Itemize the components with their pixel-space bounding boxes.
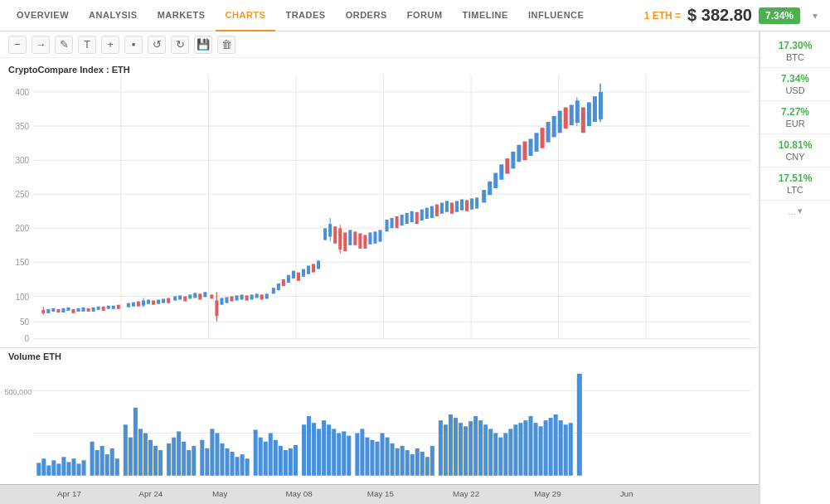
cny-pct: 10.81% xyxy=(779,139,813,151)
svg-rect-114 xyxy=(499,164,503,179)
svg-rect-99 xyxy=(420,210,424,220)
svg-rect-93 xyxy=(391,218,394,228)
svg-rect-242 xyxy=(564,424,568,476)
nav-item-orders[interactable]: ORDERS xyxy=(336,0,397,32)
sidebar-item-eur[interactable]: 7.27% EUR xyxy=(760,101,830,134)
toolbar-undo-button[interactable]: ↺ xyxy=(148,36,166,54)
sidebar-item-cny[interactable]: 10.81% CNY xyxy=(760,134,830,167)
svg-rect-32 xyxy=(77,308,80,312)
nav-item-trades[interactable]: TRADES xyxy=(275,0,335,32)
svg-rect-202 xyxy=(360,429,364,475)
svg-text:May 22: May 22 xyxy=(453,489,479,498)
svg-rect-226 xyxy=(483,424,488,476)
svg-rect-191 xyxy=(302,424,306,476)
svg-rect-235 xyxy=(528,416,532,476)
svg-rect-80 xyxy=(323,228,327,240)
svg-rect-237 xyxy=(539,426,543,475)
toolbar-add-button[interactable]: + xyxy=(101,36,119,54)
price-change-badge: 7.34% xyxy=(759,7,800,24)
svg-rect-107 xyxy=(460,199,464,210)
svg-rect-113 xyxy=(493,173,498,188)
toolbar-rect-button[interactable]: ▪ xyxy=(124,36,143,54)
toolbar-forward-button[interactable]: → xyxy=(32,36,50,54)
svg-rect-198 xyxy=(337,434,341,476)
svg-rect-209 xyxy=(396,448,400,476)
svg-rect-52 xyxy=(183,296,187,301)
svg-rect-243 xyxy=(569,423,573,476)
svg-rect-159 xyxy=(129,438,133,476)
svg-text:Apr 24: Apr 24 xyxy=(138,489,163,498)
toolbar-text-button[interactable]: T xyxy=(78,36,96,54)
svg-rect-197 xyxy=(332,429,336,475)
svg-rect-177 xyxy=(225,448,229,476)
svg-rect-38 xyxy=(107,306,110,309)
cny-label: CNY xyxy=(785,152,804,162)
toolbar-minus-button[interactable]: − xyxy=(8,36,27,54)
svg-rect-84 xyxy=(343,232,347,251)
svg-rect-109 xyxy=(470,198,473,209)
svg-rect-230 xyxy=(503,434,507,476)
svg-rect-225 xyxy=(478,420,483,476)
svg-rect-68 xyxy=(260,294,264,299)
nav-item-markets[interactable]: MARKETS xyxy=(148,0,216,32)
btc-label: BTC xyxy=(786,52,804,62)
svg-rect-97 xyxy=(410,211,414,222)
svg-rect-160 xyxy=(133,408,138,476)
svg-rect-126 xyxy=(570,104,574,125)
sidebar-more-button[interactable]: ... ▾ xyxy=(760,201,830,221)
nav-item-timeline[interactable]: TIMELINE xyxy=(453,0,518,32)
svg-text:400: 400 xyxy=(15,88,29,97)
svg-rect-180 xyxy=(240,454,245,476)
svg-rect-217 xyxy=(439,420,443,476)
svg-rect-204 xyxy=(370,440,374,476)
svg-rect-102 xyxy=(435,205,439,216)
svg-rect-39 xyxy=(112,306,115,309)
svg-rect-70 xyxy=(272,288,275,293)
sidebar-item-usd[interactable]: 7.34% USD xyxy=(760,68,830,101)
svg-rect-86 xyxy=(353,231,357,245)
svg-rect-129 xyxy=(587,102,591,126)
chevron-down-icon: ▾ xyxy=(798,206,803,216)
dropdown-arrow-icon[interactable]: ▾ xyxy=(807,7,823,24)
svg-rect-165 xyxy=(158,450,163,476)
toolbar-draw-button[interactable]: ✎ xyxy=(55,36,73,54)
sidebar-item-btc[interactable]: 17.30% BTC xyxy=(760,35,830,68)
toolbar-save-button[interactable]: 💾 xyxy=(194,36,212,54)
toolbar-redo-button[interactable]: ↻ xyxy=(171,36,189,54)
svg-rect-216 xyxy=(430,446,434,476)
svg-rect-188 xyxy=(284,450,288,476)
nav-item-charts[interactable]: CHARTS xyxy=(216,0,276,32)
svg-rect-47 xyxy=(157,300,160,304)
svg-rect-194 xyxy=(317,429,321,475)
svg-rect-169 xyxy=(182,442,186,476)
svg-rect-201 xyxy=(355,434,359,476)
svg-rect-219 xyxy=(449,414,453,476)
price-chart-svg: 400 350 300 250 200 150 100 50 0 xyxy=(0,58,759,347)
svg-rect-128 xyxy=(581,108,585,133)
svg-rect-231 xyxy=(508,429,512,475)
svg-rect-190 xyxy=(294,445,298,476)
svg-text:May 15: May 15 xyxy=(367,489,394,498)
svg-rect-36 xyxy=(97,307,100,310)
svg-rect-50 xyxy=(173,296,177,300)
nav-item-forum[interactable]: FORUM xyxy=(397,0,453,32)
eth-label: 1 ETH = xyxy=(644,10,681,22)
svg-rect-210 xyxy=(400,446,405,476)
toolbar-delete-button[interactable]: 🗑 xyxy=(217,36,235,54)
svg-rect-75 xyxy=(297,273,300,281)
svg-rect-123 xyxy=(552,116,556,138)
svg-rect-161 xyxy=(138,429,143,475)
svg-rect-155 xyxy=(105,454,109,476)
sidebar-item-ltc[interactable]: 17.51% LTC xyxy=(760,167,830,201)
price-value: $ 382.80 xyxy=(687,6,752,25)
svg-rect-183 xyxy=(259,438,263,476)
nav-item-overview[interactable]: OVERVIEW xyxy=(7,0,79,32)
svg-text:500,000: 500,000 xyxy=(5,388,32,396)
main-content: − → ✎ T + ▪ ↺ ↻ 💾 🗑 CryptoCompare Index … xyxy=(0,32,830,504)
nav-item-analysis[interactable]: ANALYSIS xyxy=(79,0,148,32)
svg-rect-98 xyxy=(415,212,419,224)
svg-rect-61 xyxy=(225,297,228,303)
svg-rect-166 xyxy=(167,443,171,476)
nav-item-influence[interactable]: INFLUENCE xyxy=(518,0,594,32)
svg-rect-60 xyxy=(220,298,223,304)
